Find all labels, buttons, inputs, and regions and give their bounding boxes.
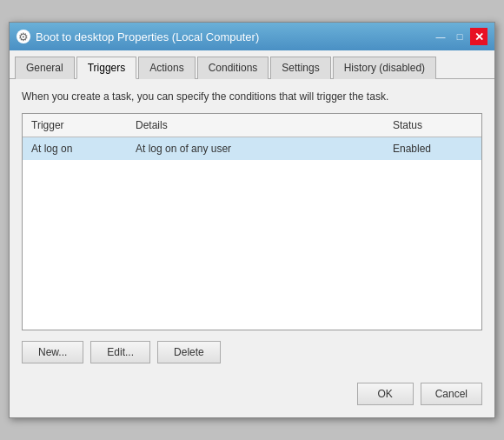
edit-button[interactable]: Edit...	[90, 341, 150, 363]
footer: OK Cancel	[10, 374, 494, 417]
window-controls: — □ ✕	[432, 28, 487, 45]
minimize-button[interactable]: —	[432, 28, 449, 45]
header-details: Details	[132, 117, 389, 133]
maximize-button[interactable]: □	[451, 28, 468, 45]
tab-settings[interactable]: Settings	[270, 57, 330, 79]
action-buttons: New... Edit... Delete	[22, 341, 482, 363]
tab-bar: General Triggers Actions Conditions Sett…	[10, 50, 494, 79]
tab-history[interactable]: History (disabled)	[333, 57, 436, 79]
header-trigger: Trigger	[28, 117, 132, 133]
app-icon: ⚙	[17, 30, 30, 43]
tab-conditions[interactable]: Conditions	[197, 57, 269, 79]
triggers-table[interactable]: Trigger Details Status At log on At log …	[22, 113, 482, 330]
delete-button[interactable]: Delete	[157, 341, 221, 363]
window-title: Boot to desktop Properties (Local Comput…	[36, 30, 259, 43]
header-status: Status	[389, 117, 476, 133]
title-bar: ⚙ Boot to desktop Properties (Local Comp…	[10, 23, 494, 50]
tab-actions[interactable]: Actions	[138, 57, 195, 79]
ok-button[interactable]: OK	[357, 383, 414, 405]
tab-content: When you create a task, you can specify …	[10, 79, 494, 374]
row-trigger: At log on	[28, 141, 132, 157]
close-button[interactable]: ✕	[470, 28, 487, 45]
table-header: Trigger Details Status	[23, 114, 481, 137]
description-text: When you create a task, you can specify …	[22, 90, 482, 104]
cancel-button[interactable]: Cancel	[421, 383, 482, 405]
main-window: ⚙ Boot to desktop Properties (Local Comp…	[9, 22, 495, 418]
row-status: Enabled	[389, 141, 476, 157]
tab-general[interactable]: General	[15, 57, 75, 79]
row-details: At log on of any user	[132, 141, 389, 157]
title-bar-left: ⚙ Boot to desktop Properties (Local Comp…	[17, 30, 259, 43]
table-row[interactable]: At log on At log on of any user Enabled	[23, 137, 481, 160]
tab-triggers[interactable]: Triggers	[76, 57, 137, 79]
new-button[interactable]: New...	[22, 341, 83, 363]
